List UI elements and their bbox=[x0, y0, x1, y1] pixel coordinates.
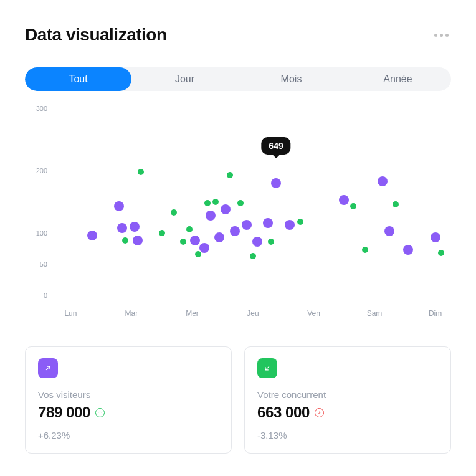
dashboard-page: Data visualization ToutJourMoisAnnée 050… bbox=[0, 0, 476, 476]
header: Data visualization bbox=[25, 25, 451, 45]
x-tick: Jeu bbox=[247, 309, 259, 318]
x-tick: Sam bbox=[367, 309, 383, 318]
card-competitor: Votre concurrent 663 000 -3.13% bbox=[244, 346, 451, 454]
data-point[interactable] bbox=[230, 226, 240, 236]
data-point[interactable] bbox=[285, 220, 295, 230]
data-point[interactable] bbox=[403, 245, 413, 255]
data-point[interactable] bbox=[159, 230, 165, 236]
data-point[interactable] bbox=[393, 201, 399, 207]
data-point[interactable] bbox=[362, 247, 368, 253]
arrow-up-right-icon bbox=[38, 358, 58, 378]
x-tick: Dim bbox=[429, 309, 442, 318]
chart-plot-area: 649 bbox=[55, 116, 451, 303]
trend-up-icon bbox=[95, 408, 105, 417]
data-point[interactable] bbox=[117, 223, 127, 233]
segment-jour[interactable]: Jour bbox=[131, 67, 238, 91]
data-point[interactable] bbox=[206, 211, 216, 221]
data-point[interactable] bbox=[130, 222, 140, 232]
data-point[interactable] bbox=[378, 176, 388, 186]
time-range-segmented[interactable]: ToutJourMoisAnnée bbox=[25, 67, 451, 91]
y-tick: 300 bbox=[36, 105, 47, 112]
data-point[interactable] bbox=[87, 231, 97, 240]
data-point[interactable] bbox=[227, 172, 233, 178]
data-point[interactable] bbox=[237, 200, 244, 206]
card-your-visitors: Vos visiteurs 789 000 +6.23% bbox=[25, 346, 232, 454]
card-value: 663 000 bbox=[257, 404, 310, 421]
segment-année[interactable]: Année bbox=[345, 67, 451, 91]
y-tick: 0 bbox=[44, 292, 47, 299]
data-point[interactable] bbox=[438, 250, 444, 256]
data-point[interactable] bbox=[263, 218, 273, 228]
data-point[interactable] bbox=[297, 219, 303, 225]
arrow-down-left-icon bbox=[257, 358, 277, 378]
chart-y-axis: 050100200300 bbox=[25, 116, 50, 303]
data-point[interactable] bbox=[114, 201, 124, 211]
data-point[interactable] bbox=[133, 236, 143, 245]
data-point[interactable] bbox=[431, 232, 440, 242]
data-point[interactable] bbox=[221, 204, 231, 214]
data-point[interactable] bbox=[214, 232, 224, 242]
segment-mois[interactable]: Mois bbox=[238, 67, 345, 91]
data-point[interactable] bbox=[250, 253, 256, 259]
data-point[interactable] bbox=[186, 226, 193, 232]
data-point[interactable] bbox=[384, 226, 394, 236]
chart-x-axis: LunMarMerJeuVenSamDim bbox=[55, 309, 451, 328]
chart-tooltip: 649 bbox=[261, 137, 290, 155]
page-title: Data visualization bbox=[25, 25, 167, 45]
data-point[interactable] bbox=[195, 251, 201, 257]
data-point[interactable] bbox=[171, 209, 177, 216]
data-point[interactable] bbox=[271, 178, 281, 188]
data-point[interactable] bbox=[268, 239, 274, 245]
data-point[interactable] bbox=[339, 195, 349, 205]
data-point[interactable] bbox=[122, 237, 128, 244]
y-tick: 200 bbox=[36, 167, 47, 174]
summary-cards: Vos visiteurs 789 000 +6.23% Votre concu… bbox=[25, 346, 451, 454]
card-delta: +6.23% bbox=[38, 430, 219, 440]
data-point[interactable] bbox=[212, 199, 219, 205]
x-tick: Ven bbox=[307, 309, 320, 318]
data-point[interactable] bbox=[138, 169, 144, 175]
trend-down-icon bbox=[315, 408, 324, 417]
card-label: Vos visiteurs bbox=[38, 389, 219, 400]
data-point[interactable] bbox=[350, 203, 356, 209]
x-tick: Lun bbox=[64, 309, 77, 318]
data-point[interactable] bbox=[252, 237, 262, 247]
visitors-scatter-chart: 050100200300 649 LunMarMerJeuVenSamDim bbox=[25, 116, 451, 328]
segment-tout[interactable]: Tout bbox=[25, 67, 131, 91]
data-point[interactable] bbox=[199, 243, 209, 253]
card-delta: -3.13% bbox=[257, 430, 438, 440]
x-tick: Mer bbox=[186, 309, 199, 318]
x-tick: Mar bbox=[125, 309, 138, 318]
y-tick: 100 bbox=[36, 229, 47, 237]
more-icon[interactable] bbox=[432, 31, 451, 39]
y-tick: 50 bbox=[40, 260, 47, 268]
card-value: 789 000 bbox=[38, 404, 90, 421]
data-point[interactable] bbox=[242, 220, 252, 230]
data-point[interactable] bbox=[204, 200, 211, 206]
data-point[interactable] bbox=[190, 236, 200, 245]
data-point[interactable] bbox=[180, 239, 186, 245]
card-label: Votre concurrent bbox=[257, 389, 438, 400]
